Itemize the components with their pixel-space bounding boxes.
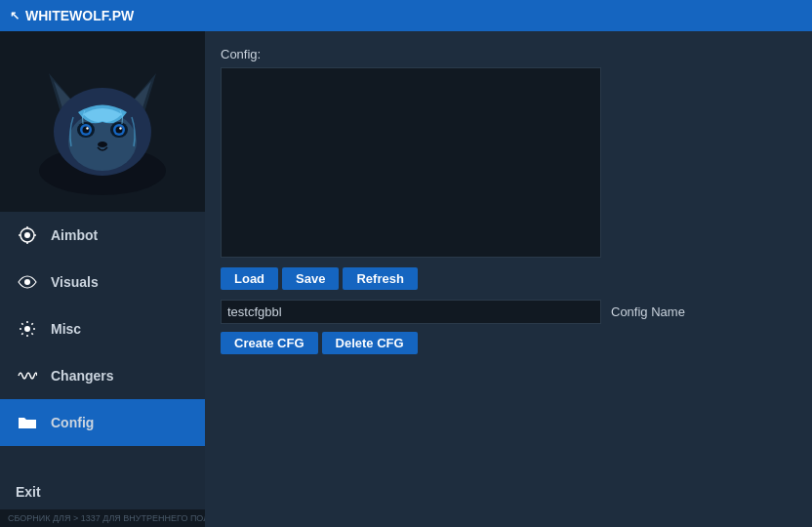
- sidebar-item-aimbot[interactable]: Aimbot: [0, 212, 205, 259]
- config-label: Config:: [221, 47, 796, 61]
- svg-point-15: [98, 142, 107, 147]
- app-title: WHITEWOLF.PW: [25, 8, 134, 23]
- sidebar-item-changers[interactable]: Changers: [0, 352, 205, 399]
- refresh-button[interactable]: Refresh: [343, 267, 417, 290]
- footer-text: СБОРНИК ДЛЯ > 1337 ДЛЯ ВНУТРЕННЕГО ПОЛЬЗ…: [0, 509, 205, 527]
- sidebar-item-misc[interactable]: Misc: [0, 305, 205, 352]
- action-buttons-row: Load Save Refresh: [221, 267, 796, 290]
- svg-point-11: [83, 126, 90, 133]
- config-name-row: Config Name: [221, 300, 796, 324]
- cursor-icon: ↖: [10, 9, 20, 22]
- folder-icon: [16, 411, 39, 434]
- logo-area: [0, 31, 205, 212]
- svg-point-22: [24, 279, 30, 285]
- sidebar-item-changers-label: Changers: [51, 368, 114, 384]
- wolf-logo: [24, 44, 181, 200]
- sidebar-item-misc-label: Misc: [51, 321, 81, 337]
- sidebar-item-aimbot-label: Aimbot: [51, 227, 98, 243]
- target-icon: [16, 223, 39, 247]
- config-textarea[interactable]: [221, 67, 601, 258]
- load-button[interactable]: Load: [221, 267, 278, 290]
- config-name-input[interactable]: [221, 300, 601, 324]
- create-delete-row: Create CFG Delete CFG: [221, 332, 796, 354]
- svg-point-23: [24, 326, 30, 332]
- svg-point-17: [24, 232, 30, 238]
- sidebar-item-config-label: Config: [51, 415, 94, 430]
- title-bar: ↖ WHITEWOLF.PW: [0, 0, 812, 31]
- save-button[interactable]: Save: [282, 267, 339, 290]
- sidebar-item-config[interactable]: Config: [0, 399, 205, 446]
- config-name-label: Config Name: [611, 304, 685, 319]
- svg-point-13: [86, 127, 88, 129]
- exit-button[interactable]: Exit: [0, 474, 205, 509]
- sidebar: Aimbot Visuals Misc: [0, 31, 205, 527]
- content-area: Config: Load Save Refresh Config Name Cr…: [205, 31, 812, 527]
- svg-point-12: [116, 126, 123, 133]
- sidebar-item-visuals-label: Visuals: [51, 274, 99, 290]
- sidebar-item-visuals[interactable]: Visuals: [0, 259, 205, 305]
- gear-icon: [16, 317, 39, 341]
- main-layout: Aimbot Visuals Misc: [0, 31, 812, 527]
- svg-point-14: [119, 127, 121, 129]
- eye-icon: [16, 270, 39, 294]
- delete-cfg-button[interactable]: Delete CFG: [322, 332, 418, 354]
- wave-icon: [16, 364, 39, 387]
- create-cfg-button[interactable]: Create CFG: [221, 332, 318, 354]
